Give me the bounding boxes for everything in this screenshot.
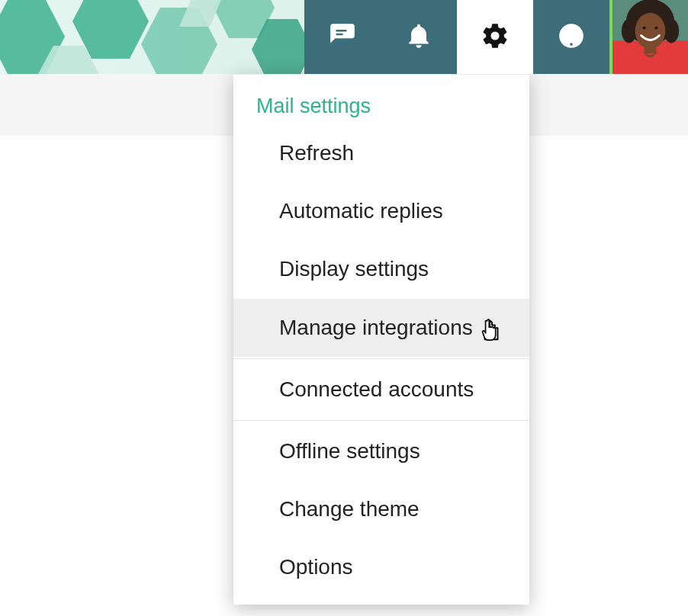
settings-dropdown: Mail settings Refresh Automatic replies … (233, 74, 529, 605)
svg-point-14 (664, 19, 679, 43)
menu-divider (233, 420, 529, 421)
chat-button[interactable] (304, 0, 381, 74)
svg-point-17 (643, 27, 646, 30)
menu-item-automatic-replies[interactable]: Automatic replies (233, 182, 529, 240)
svg-text:?: ? (565, 24, 577, 45)
settings-button[interactable] (457, 0, 533, 74)
svg-marker-6 (179, 0, 221, 27)
header-icon-bar: ? (304, 0, 688, 74)
gear-icon (481, 21, 510, 53)
svg-marker-0 (0, 0, 65, 74)
svg-point-13 (622, 19, 637, 43)
help-icon: ? (557, 21, 586, 53)
svg-rect-16 (645, 43, 657, 53)
menu-item-manage-integrations[interactable]: Manage integrations (233, 299, 529, 357)
svg-marker-4 (252, 19, 313, 74)
svg-rect-8 (336, 33, 343, 35)
svg-marker-3 (214, 0, 275, 38)
svg-marker-2 (141, 8, 217, 74)
menu-item-display-settings[interactable]: Display settings (233, 240, 529, 298)
help-button[interactable]: ? (533, 0, 609, 74)
svg-marker-1 (72, 0, 149, 59)
chat-icon (328, 21, 357, 53)
menu-item-offline-settings[interactable]: Offline settings (233, 422, 529, 480)
menu-item-refresh[interactable]: Refresh (233, 124, 529, 182)
bell-icon (404, 21, 433, 53)
menu-divider (233, 358, 529, 359)
menu-item-change-theme[interactable]: Change theme (233, 480, 529, 538)
menu-item-options[interactable]: Options (233, 538, 529, 596)
dropdown-title: Mail settings (233, 75, 529, 124)
svg-marker-5 (38, 46, 99, 74)
svg-point-18 (654, 27, 657, 30)
user-avatar[interactable] (609, 0, 688, 74)
app-header: ? (0, 0, 688, 74)
svg-rect-7 (336, 30, 346, 32)
notifications-button[interactable] (381, 0, 457, 74)
menu-item-connected-accounts[interactable]: Connected accounts (233, 361, 529, 419)
avatar-image (612, 0, 688, 74)
